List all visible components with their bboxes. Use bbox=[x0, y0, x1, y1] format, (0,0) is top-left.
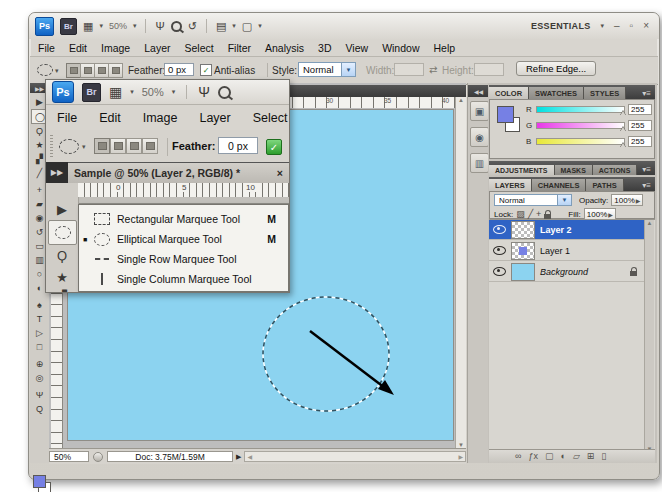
intersect-selection-mode-button[interactable] bbox=[108, 63, 123, 78]
menu-file[interactable]: File bbox=[46, 111, 88, 125]
zoom-level-value[interactable]: 50% bbox=[142, 86, 164, 98]
rotate-view-icon[interactable]: ↺ bbox=[188, 21, 197, 32]
menu-edit[interactable]: Edit bbox=[88, 111, 132, 125]
zoom-tool[interactable]: Q bbox=[32, 402, 47, 415]
histogram-panel-icon[interactable]: ▥ bbox=[470, 153, 489, 173]
document-tab-title[interactable]: Sample @ 50% (Layer 2, RGB/8) * bbox=[74, 167, 240, 179]
tab-swatches[interactable]: SWATCHES bbox=[529, 87, 584, 99]
visibility-eye-icon[interactable] bbox=[493, 246, 506, 255]
tool-preset-caret-icon[interactable]: ▾ bbox=[55, 67, 59, 75]
tab-layers[interactable]: LAYERS bbox=[489, 179, 532, 191]
status-expand-icon[interactable]: ▶ bbox=[233, 453, 244, 461]
green-channel-value[interactable]: 255 bbox=[628, 120, 652, 131]
style-dropdown[interactable]: Normal ▼ bbox=[298, 62, 356, 77]
visibility-eye-icon[interactable] bbox=[493, 267, 506, 276]
color-panel-menu-icon[interactable]: ▾≡ bbox=[638, 89, 655, 99]
green-slider-knob-icon[interactable] bbox=[620, 127, 626, 132]
flyout-item-rectangular-marquee[interactable]: Rectangular Marquee Tool M bbox=[79, 209, 288, 229]
zoom-level-value[interactable]: 50% bbox=[109, 21, 127, 31]
blue-slider-knob-icon[interactable] bbox=[620, 143, 626, 148]
layer2-thumbnail[interactable] bbox=[511, 221, 535, 239]
vertical-scrollbar[interactable]: ▲ ▼ bbox=[455, 97, 466, 448]
flyout-item-single-column-marquee[interactable]: Single Column Marquee Tool bbox=[79, 269, 288, 289]
subtract-selection-mode-button[interactable] bbox=[126, 138, 142, 154]
blend-mode-arrow-icon[interactable]: ▼ bbox=[557, 195, 571, 205]
red-channel-value[interactable]: 255 bbox=[628, 104, 652, 115]
arrange-documents-icon[interactable]: ▦ bbox=[83, 21, 93, 32]
menu-filter[interactable]: Filter bbox=[221, 42, 258, 54]
zoom-caret-icon[interactable]: ▾ bbox=[172, 88, 176, 96]
workspace-switcher[interactable]: ESSENTIALS bbox=[531, 21, 591, 31]
horizontal-scrollbar[interactable]: ◀ ▶ bbox=[244, 451, 466, 462]
new-selection-mode-button[interactable] bbox=[94, 138, 110, 154]
restore-button[interactable]: ▫ bbox=[630, 21, 634, 31]
minimize-button[interactable]: – bbox=[614, 21, 620, 31]
lasso-tool[interactable]: Ϙ bbox=[50, 245, 74, 265]
tab-styles[interactable]: STYLES bbox=[584, 87, 626, 99]
fill-arrow-icon[interactable]: ▶ bbox=[608, 211, 613, 218]
arrange-documents-icon[interactable]: ▦ bbox=[109, 84, 122, 100]
adjustments-panel-menu-icon[interactable]: ▾≡ bbox=[638, 165, 655, 175]
menu-image[interactable]: Image bbox=[94, 42, 137, 54]
menu-help[interactable]: Help bbox=[426, 42, 462, 54]
new-selection-mode-button[interactable] bbox=[66, 63, 81, 78]
menu-3d[interactable]: 3D bbox=[311, 42, 338, 54]
background-name[interactable]: Background bbox=[540, 267, 588, 277]
new-layer-icon[interactable]: ⊞ bbox=[587, 452, 595, 461]
layer1-thumbnail[interactable] bbox=[511, 242, 535, 260]
background-thumbnail[interactable] bbox=[511, 263, 535, 281]
current-tool-preset-icon[interactable] bbox=[37, 64, 53, 76]
elliptical-marquee-tool[interactable] bbox=[48, 220, 77, 245]
foreground-color-swatch[interactable] bbox=[497, 106, 514, 123]
flyout-item-single-row-marquee[interactable]: Single Row Marquee Tool bbox=[79, 249, 288, 269]
foreground-color-swatch[interactable] bbox=[33, 475, 46, 488]
tab-adjustments[interactable]: ADJUSTMENTS bbox=[489, 165, 555, 175]
tab-paths[interactable]: PATHS bbox=[586, 179, 623, 191]
antialias-checkbox[interactable]: ✓ bbox=[200, 64, 212, 76]
crop-tool[interactable]: ▞ bbox=[50, 287, 74, 293]
scroll-right-icon[interactable]: ▶ bbox=[458, 453, 463, 460]
menu-edit[interactable]: Edit bbox=[62, 42, 94, 54]
bridge-icon[interactable]: Br bbox=[82, 83, 101, 102]
arrange-caret-icon[interactable]: ▾ bbox=[99, 22, 103, 30]
zoom-caret-icon[interactable]: ▾ bbox=[133, 22, 137, 30]
layers-scroll-up-icon[interactable]: ▲ bbox=[647, 220, 653, 226]
blend-mode-dropdown[interactable]: Normal ▼ bbox=[494, 194, 572, 206]
layer-row-background[interactable]: Background bbox=[489, 262, 647, 282]
lock-pixels-icon[interactable]: ╱ bbox=[528, 210, 533, 219]
layer2-name[interactable]: Layer 2 bbox=[540, 225, 572, 235]
layer-mask-icon[interactable]: ▢ bbox=[545, 452, 554, 461]
tab-channels[interactable]: CHANNELS bbox=[532, 179, 587, 191]
move-tool[interactable]: ▶ bbox=[50, 199, 74, 219]
swap-dimensions-icon[interactable]: ⇄ bbox=[429, 64, 437, 75]
3d-orbit-tool[interactable]: ◎ bbox=[32, 371, 47, 384]
add-selection-mode-button[interactable] bbox=[80, 63, 95, 78]
layer-style-icon[interactable]: ƒx bbox=[528, 452, 538, 461]
menu-select[interactable]: Select bbox=[242, 111, 290, 125]
rectangle-tool[interactable]: □ bbox=[32, 340, 47, 353]
antialias-checkbox[interactable]: ✓ bbox=[266, 139, 282, 155]
tab-actions[interactable]: ACTIONS bbox=[593, 165, 638, 175]
menu-image[interactable]: Image bbox=[132, 111, 189, 125]
tool-preset-caret-icon[interactable]: ▾ bbox=[82, 143, 86, 151]
zoom-percent-field[interactable]: 50% bbox=[49, 451, 89, 462]
tab-color[interactable]: COLOR bbox=[489, 87, 529, 99]
subtract-selection-mode-button[interactable] bbox=[94, 63, 109, 78]
screen-mode-icon[interactable]: ▢ bbox=[242, 21, 252, 32]
dock-collapse-icon[interactable]: ◀◀ bbox=[468, 85, 489, 97]
delete-layer-icon[interactable]: ▯ bbox=[601, 452, 606, 461]
hand-tool-icon[interactable]: Ψ bbox=[198, 84, 210, 100]
green-channel-slider[interactable] bbox=[536, 122, 625, 129]
menu-file[interactable]: File bbox=[31, 42, 62, 54]
current-tool-preset-icon[interactable] bbox=[59, 139, 79, 154]
path-selection-tool[interactable]: ▷ bbox=[32, 326, 47, 339]
pen-tool[interactable]: ♠ bbox=[32, 298, 47, 311]
red-channel-slider[interactable] bbox=[536, 106, 625, 113]
layers-panel-menu-icon[interactable]: ▾≡ bbox=[638, 181, 655, 191]
layer-group-icon[interactable]: ▱ bbox=[573, 452, 580, 461]
menu-select[interactable]: Select bbox=[177, 42, 220, 54]
feather-input[interactable]: 0 px bbox=[164, 63, 194, 76]
link-layers-icon[interactable]: ∞ bbox=[515, 452, 521, 461]
lock-position-icon[interactable]: + bbox=[536, 210, 541, 219]
flyout-item-elliptical-marquee[interactable]: ■ Elliptical Marquee Tool M bbox=[79, 229, 288, 249]
